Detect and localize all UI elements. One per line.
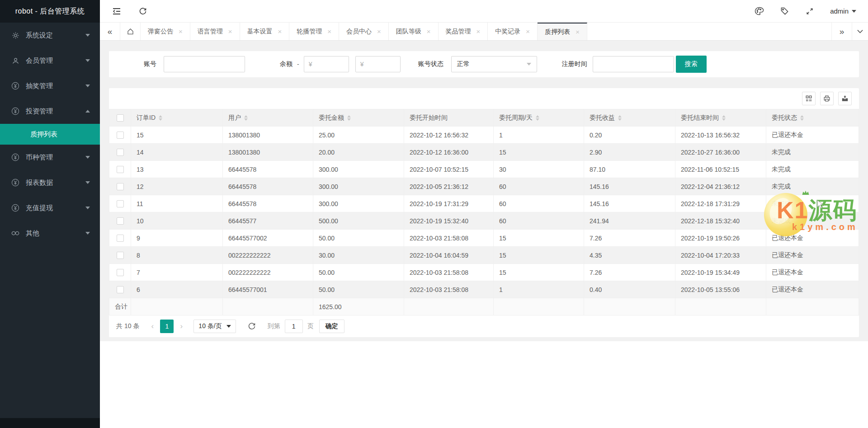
row-checkbox[interactable] [117,149,124,156]
close-icon[interactable]: × [427,28,431,35]
next-page-button[interactable]: › [175,320,188,333]
cell-委托状态: 已退还本金 [766,264,859,281]
current-page-button[interactable]: 1 [160,320,174,333]
cell-委托周期/天: 1 [494,281,584,298]
cell-委托开始时间: 2022-10-03 21:58:08 [404,230,494,247]
sidebar-item-抽奖管理[interactable]: 抽奖管理 [0,73,100,99]
sort-icon[interactable] [722,115,726,121]
account-input[interactable] [164,56,245,72]
tab-团队等级[interactable]: 团队等级× [389,23,439,40]
sort-icon[interactable] [159,115,162,121]
cell-用户: 002222222222 [223,264,313,281]
prev-page-button[interactable]: ‹ [146,320,159,333]
main-area: admin « 弹窗公告×语言管理×基本设置×轮播管理×会员中心×团队等级×奖品… [100,0,868,428]
close-icon[interactable]: × [278,28,282,35]
status-select[interactable]: 正常 [451,56,537,72]
chevron-down-icon [852,10,856,13]
row-checkbox[interactable] [117,183,124,190]
cell-委托开始时间: 2022-10-05 21:36:12 [404,178,494,195]
column-header-委托金额[interactable]: 委托金额 [313,109,404,127]
filter-bar: 账号 余额 - 账号状态 正常 注册时间 搜索 [109,51,859,77]
content-area: 账号 余额 - 账号状态 正常 注册时间 搜索 [100,41,868,341]
sort-icon[interactable] [244,115,248,121]
close-icon[interactable]: × [228,28,232,35]
sidebar-item-其他[interactable]: 其他 [0,221,100,246]
balance-min-input[interactable] [304,56,349,72]
tab-中奖记录[interactable]: 中奖记录× [488,23,538,40]
column-header-委托收益[interactable]: 委托收益 [584,109,675,127]
tab-奖品管理[interactable]: 奖品管理× [439,23,488,40]
tab-基本设置[interactable]: 基本设置× [240,23,290,40]
fullscreen-icon[interactable] [805,6,815,16]
sort-icon[interactable] [347,115,351,121]
cell-委托状态: 未完成 [766,212,859,230]
page-size-select[interactable]: 10 条/页 [193,320,236,333]
sort-icon[interactable] [800,115,804,121]
goto-page-input[interactable] [285,320,303,333]
export-button[interactable] [838,92,852,105]
home-tab-button[interactable] [120,23,141,40]
sidebar-item-充值提现[interactable]: 充值提现 [0,195,100,221]
column-header-委托周期/天[interactable]: 委托周期/天 [494,109,584,127]
table-row: 1066445577500.002022-10-19 15:32:4060241… [109,212,859,230]
row-checkbox[interactable] [117,286,124,293]
row-checkbox[interactable] [117,269,124,276]
column-header-用户[interactable]: 用户 [223,109,313,127]
regtime-input[interactable] [593,56,674,72]
refresh-page-icon[interactable] [138,6,148,16]
tab-会员中心[interactable]: 会员中心× [339,23,389,40]
collapse-sidebar-icon[interactable] [112,6,122,16]
sidebar-item-系统设定[interactable]: 系统设定 [0,23,100,48]
sidebar-item-会员管理[interactable]: 会员管理 [0,48,100,73]
sidebar-item-币种管理[interactable]: 币种管理 [0,145,100,170]
row-checkbox[interactable] [117,200,124,207]
close-icon[interactable]: × [476,28,481,35]
tag-icon[interactable] [779,6,789,16]
tabs-scroll-left-button[interactable]: « [100,23,120,40]
sort-icon[interactable] [536,115,539,121]
tabs-more-button[interactable] [852,23,868,40]
tab-label: 中奖记录 [495,28,520,36]
columns-toggle-button[interactable] [802,92,816,105]
column-header-委托状态[interactable]: 委托状态 [766,109,859,127]
tab-label: 语言管理 [198,28,223,36]
row-checkbox[interactable] [117,166,124,173]
cell-委托开始时间: 2022-10-12 16:36:00 [404,144,494,161]
close-icon[interactable]: × [526,28,530,35]
sidebar-item-报表数据[interactable]: 报表数据 [0,170,100,195]
tab-轮播管理[interactable]: 轮播管理× [289,23,339,40]
sort-icon[interactable] [618,115,622,121]
select-all-checkbox[interactable] [117,114,124,122]
user-menu[interactable]: admin [830,7,856,15]
sidebar-item-投资管理[interactable]: 投资管理 [0,99,100,124]
close-icon[interactable]: × [377,28,381,35]
table-row: 800222222222230.002022-10-04 16:04:59154… [109,247,859,264]
sidebar-subitem-质押列表[interactable]: 质押列表 [0,124,100,145]
table-row: 1166445578300.002022-10-19 17:31:2960145… [109,195,859,212]
row-checkbox[interactable] [117,217,124,225]
row-checkbox[interactable] [117,235,124,242]
cell-委托收益: 145.16 [584,178,675,195]
row-checkbox[interactable] [117,132,124,139]
column-header-订单ID[interactable]: 订单ID [131,109,223,127]
print-button[interactable] [820,92,834,105]
theme-palette-icon[interactable] [754,6,764,16]
tab-语言管理[interactable]: 语言管理× [190,23,240,40]
close-icon[interactable]: × [179,28,183,35]
tabs-scroll-right-button[interactable]: » [831,23,852,40]
close-icon[interactable]: × [576,28,580,36]
confirm-page-button[interactable]: 确定 [319,320,344,333]
cell-用户: 002222222222 [223,247,313,264]
cell-委托状态: 未完成 [766,161,859,178]
row-checkbox[interactable] [117,252,124,259]
tab-质押列表[interactable]: 质押列表× [538,23,587,40]
status-select-value: 正常 [457,60,470,68]
refresh-table-icon[interactable] [248,322,256,330]
column-header-委托结束时间[interactable]: 委托结束时间 [675,109,766,127]
search-button[interactable]: 搜索 [676,56,707,73]
tabbar: « 弹窗公告×语言管理×基本设置×轮播管理×会员中心×团队等级×奖品管理×中奖记… [100,23,868,41]
close-icon[interactable]: × [327,28,331,35]
cell-用户: 66445578 [223,195,313,212]
balance-max-input[interactable] [355,56,401,72]
tab-弹窗公告[interactable]: 弹窗公告× [141,23,190,40]
